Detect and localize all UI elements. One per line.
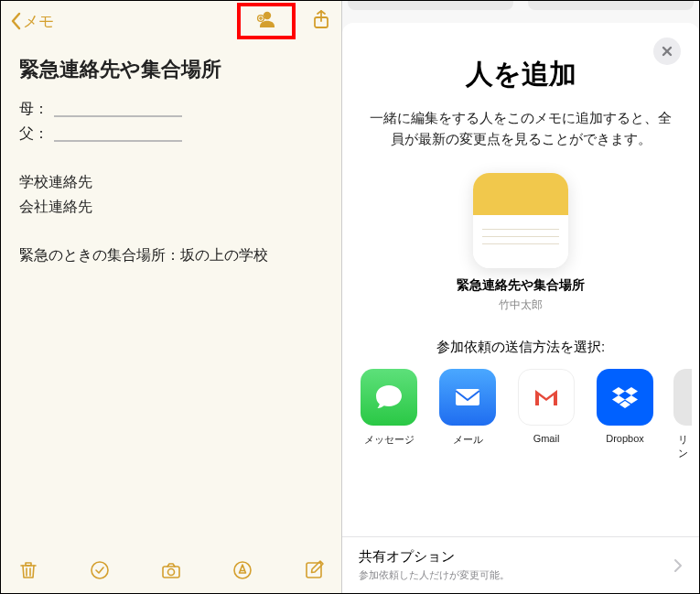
shared-note-owner: 竹中太郎	[342, 297, 699, 313]
share-sheet-pane: 人を追加 一緒に編集をする人をこのメモに追加すると、全員が最新の変更点を見ること…	[341, 1, 699, 593]
share-button[interactable]	[310, 8, 332, 34]
share-app-link-partial[interactable]: リン	[673, 369, 692, 460]
sheet-title: 人を追加	[342, 56, 699, 93]
back-button[interactable]: メモ	[10, 11, 54, 32]
sheet-stack-hint	[342, 1, 699, 17]
trash-icon	[17, 559, 39, 581]
gmail-icon	[529, 380, 564, 415]
sheet-description: 一緒に編集をする人をこのメモに追加すると、全員が最新の変更点を見ることができます…	[364, 108, 677, 149]
compose-button[interactable]	[303, 559, 325, 581]
pencil-circle-icon	[232, 559, 253, 581]
share-app-label: Gmail	[516, 433, 576, 444]
send-method-label: 参加依頼の送信方法を選択:	[342, 339, 699, 356]
svg-marker-18	[612, 387, 625, 395]
close-icon	[661, 45, 673, 58]
mail-icon	[450, 380, 485, 415]
note-line-company: 会社連絡先	[19, 198, 323, 217]
share-app-mail[interactable]: メール	[437, 369, 498, 447]
shared-note-name: 緊急連絡先や集合場所	[342, 277, 699, 294]
chevron-right-icon	[673, 558, 683, 573]
camera-icon	[160, 559, 182, 581]
note-line-mother-value	[54, 102, 182, 118]
dropbox-icon	[608, 380, 642, 415]
note-line-father-value	[54, 126, 182, 143]
share-sheet: 人を追加 一緒に編集をする人をこのメモに追加すると、全員が最新の変更点を見ること…	[342, 23, 699, 593]
note-content[interactable]: 緊急連絡先や集合場所 母： 父： 学校連絡先 会社連絡先 緊急のときの集合場所：…	[1, 41, 341, 547]
share-app-gmail[interactable]: Gmail	[516, 369, 576, 444]
editor-header-actions	[237, 3, 332, 39]
share-app-dropbox[interactable]: Dropbox	[595, 369, 655, 444]
note-line-father-label: 父：	[19, 124, 48, 144]
note-line-mother-label: 母：	[19, 100, 48, 119]
share-app-label: メッセージ	[359, 433, 419, 447]
messages-icon	[372, 380, 406, 415]
svg-rect-16	[456, 389, 479, 405]
check-circle-icon	[89, 559, 111, 581]
editor-header: メモ	[1, 1, 341, 41]
add-people-button[interactable]	[255, 8, 277, 34]
note-line-school: 学校連絡先	[19, 173, 323, 192]
share-options-title: 共有オプション	[359, 548, 510, 566]
note-title: 緊急連絡先や集合場所	[19, 56, 323, 83]
camera-button[interactable]	[160, 559, 182, 581]
notes-editor-pane: メモ	[1, 1, 341, 593]
chevron-left-icon	[10, 12, 23, 30]
note-line-meeting: 緊急のときの集合場所：坂の上の学校	[19, 246, 323, 265]
svg-rect-13	[307, 563, 321, 578]
back-label: メモ	[23, 11, 54, 32]
svg-point-10	[168, 569, 175, 576]
compose-icon	[303, 559, 325, 581]
draw-button[interactable]	[232, 559, 253, 581]
checklist-button[interactable]	[89, 559, 111, 581]
svg-marker-22	[619, 401, 630, 408]
highlight-add-people	[237, 3, 296, 39]
share-icon	[310, 8, 332, 30]
editor-toolbar	[1, 547, 341, 593]
share-app-label: メール	[437, 433, 498, 447]
note-preview-icon	[473, 173, 568, 268]
share-app-messages[interactable]: メッセージ	[359, 369, 419, 447]
share-app-label: Dropbox	[595, 433, 655, 444]
trash-button[interactable]	[17, 559, 39, 581]
share-options-row[interactable]: 共有オプション 参加依頼した人だけが変更可能。	[342, 536, 699, 593]
close-button[interactable]	[653, 38, 681, 65]
share-app-row: メッセージ メール Gmail Dropbox リン	[342, 369, 699, 475]
share-options-subtitle: 参加依頼した人だけが変更可能。	[359, 568, 510, 582]
add-people-icon	[255, 8, 277, 30]
svg-point-8	[92, 562, 108, 578]
share-app-label: リン	[673, 433, 692, 460]
svg-marker-19	[625, 387, 638, 395]
